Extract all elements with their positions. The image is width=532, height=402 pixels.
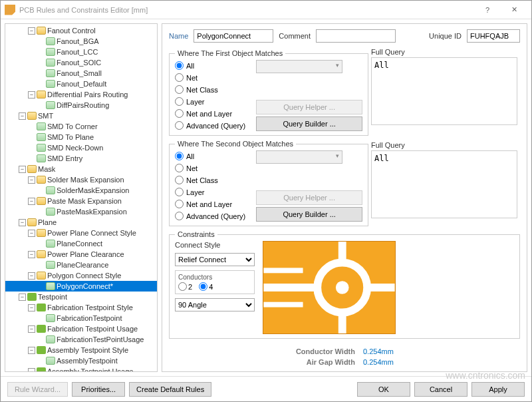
full-query-2-box[interactable]: All (371, 150, 517, 218)
connect-style-label: Connect Style (175, 241, 255, 249)
expand-icon[interactable]: − (28, 198, 35, 205)
tree-item[interactable]: −Fabrication Testpoint Usage (5, 323, 157, 334)
tree-item[interactable]: −SMT (5, 110, 157, 121)
match2-query-builder[interactable]: Query Builder ... (256, 207, 362, 222)
tree-item[interactable]: Fanout_Default (5, 79, 157, 89)
tree-item-label: Power Plane Clearance (47, 250, 124, 258)
match-radio-all[interactable]: All (175, 150, 245, 162)
tree-item[interactable]: SolderMaskExpansion (5, 185, 157, 196)
tree-item-label: Plane (38, 218, 57, 226)
expand-icon[interactable]: − (28, 368, 35, 373)
match-radio-advanced-query-[interactable]: Advanced (Query) (175, 120, 245, 131)
tree-item[interactable]: Fanout_LCC (5, 47, 157, 57)
apply-button[interactable]: Apply (471, 382, 525, 397)
tree-item-label: PasteMaskExpansion (57, 208, 127, 216)
ok-button[interactable]: OK (357, 382, 410, 397)
tree-item[interactable]: −Assembly Testpoint Style (5, 345, 157, 355)
rule-icon (46, 261, 55, 269)
air-gap-value[interactable]: 0.254mm (363, 358, 394, 366)
relief-preview (263, 241, 396, 334)
match-radio-net[interactable]: Net (175, 162, 245, 174)
tree-item[interactable]: −Solder Mask Expansion (5, 174, 157, 185)
conductor-width-value[interactable]: 0.254mm (363, 347, 394, 355)
tree-item[interactable]: −Assembly Testpoint Usage (5, 366, 157, 372)
expand-icon[interactable]: − (28, 230, 35, 237)
expand-icon[interactable]: − (19, 166, 26, 173)
constraints-legend: Constraints (175, 230, 217, 238)
tree-item[interactable]: −Mask (5, 164, 157, 174)
match-radio-all[interactable]: All (175, 60, 245, 71)
help-button[interactable]: ? (474, 1, 501, 19)
rules-tree[interactable]: −Fanout ControlFanout_BGAFanout_LCCFanou… (5, 23, 158, 372)
tree-item[interactable]: −Differential Pairs Routing (5, 89, 157, 100)
tree-item[interactable]: PolygonConnect* (5, 281, 157, 292)
tree-item[interactable]: SMD To Plane (5, 132, 157, 142)
match2-group: Where The Second Object Matches AllNetNe… (169, 140, 368, 226)
uid-input[interactable] (467, 29, 520, 43)
expand-icon[interactable]: − (28, 347, 35, 354)
tree-item[interactable]: Fanout_Small (5, 68, 157, 79)
tree-item[interactable]: −Power Plane Clearance (5, 249, 157, 260)
tree-item[interactable]: −Paste Mask Expansion (5, 196, 157, 206)
tree-item[interactable]: FabricationTestPointUsage (5, 334, 157, 345)
rule-icon (46, 314, 55, 322)
rule-icon (46, 69, 55, 77)
expand-icon[interactable]: − (28, 272, 35, 280)
cancel-button[interactable]: Cancel (414, 382, 467, 397)
tree-item[interactable]: Fanout_SOIC (5, 57, 157, 68)
expand-icon[interactable]: − (28, 325, 35, 333)
name-input[interactable] (194, 29, 273, 43)
match1-query-builder[interactable]: Query Builder ... (256, 116, 362, 131)
tree-item[interactable]: SMD To Corner (5, 121, 157, 132)
match-radio-net-and-layer[interactable]: Net and Layer (175, 108, 245, 119)
expand-icon[interactable]: − (28, 251, 35, 258)
tree-item[interactable]: SMD Neck-Down (5, 142, 157, 153)
create-defaults-button[interactable]: Create Default Rules (129, 382, 211, 397)
match-radio-net[interactable]: Net (175, 72, 245, 83)
conductors-radio-4[interactable]: 4 (199, 282, 213, 291)
match-radio-advanced-query-[interactable]: Advanced (Query) (175, 210, 245, 222)
green-icon (37, 325, 46, 333)
rule-icon (46, 208, 55, 216)
expand-icon[interactable]: − (19, 219, 26, 226)
match-radio-layer[interactable]: Layer (175, 96, 245, 107)
close-button[interactable]: ✕ (501, 1, 527, 19)
tree-item[interactable]: −Fanout Control (5, 25, 157, 36)
tree-item[interactable]: PlaneConnect (5, 238, 157, 249)
match-radio-layer[interactable]: Layer (175, 186, 245, 198)
tree-item[interactable]: Fanout_BGA (5, 36, 157, 47)
watermark: www.cntronics.com (446, 370, 525, 381)
tree-item[interactable]: PlaneClearance (5, 260, 157, 270)
match-radio-net-class[interactable]: Net Class (175, 84, 245, 95)
rule-icon (46, 240, 55, 248)
tree-item[interactable]: SMD Entry (5, 153, 157, 164)
tree-item[interactable]: −Fabrication Testpoint Style (5, 302, 157, 313)
full-query-1-box[interactable]: All (371, 57, 517, 125)
match-radio-net-class[interactable]: Net Class (175, 174, 245, 186)
tree-item[interactable]: PasteMaskExpansion (5, 206, 157, 217)
tree-item[interactable]: −Testpoint (5, 292, 157, 302)
expand-icon[interactable]: − (28, 176, 35, 184)
comment-input[interactable] (316, 29, 396, 43)
tree-item-label: Power Plane Connect Style (47, 229, 136, 237)
tree-item[interactable]: DiffPairsRouting (5, 100, 157, 110)
connect-style-select[interactable]: Relief Connect (175, 253, 255, 266)
expand-icon[interactable]: − (28, 304, 35, 311)
tree-item[interactable]: −Polygon Connect Style (5, 270, 157, 281)
angle-select[interactable]: 90 Angle (175, 298, 255, 311)
tree-item[interactable]: −Plane (5, 217, 157, 228)
priorities-button[interactable]: Priorities... (72, 382, 125, 397)
tree-item[interactable]: AssemblyTestpoint (5, 355, 157, 366)
expand-icon[interactable]: − (19, 112, 26, 120)
rule-icon (46, 48, 55, 56)
tree-item-label: FabricationTestPointUsage (57, 335, 144, 343)
expand-icon[interactable]: − (28, 91, 35, 99)
full-query-1: Full Query All (371, 48, 517, 125)
tree-item[interactable]: −Power Plane Connect Style (5, 228, 157, 238)
match-radio-net-and-layer[interactable]: Net and Layer (175, 198, 245, 210)
expand-icon[interactable]: − (19, 294, 26, 301)
conductors-radio-2[interactable]: 2 (178, 282, 192, 291)
name-label: Name (169, 32, 188, 40)
expand-icon[interactable]: − (28, 27, 35, 35)
tree-item[interactable]: FabricationTestpoint (5, 313, 157, 323)
